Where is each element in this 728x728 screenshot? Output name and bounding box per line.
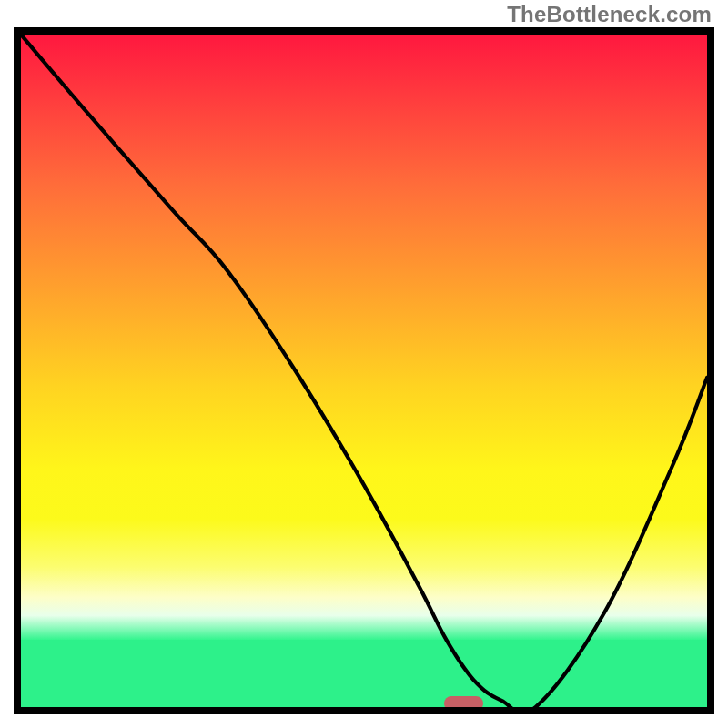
- curve-svg: [21, 35, 707, 707]
- watermark-text: TheBottleneck.com: [507, 2, 712, 27]
- optimal-marker: [444, 696, 483, 711]
- chart-frame: [14, 27, 714, 714]
- bottleneck-curve: [21, 35, 707, 713]
- chart-stage: TheBottleneck.com: [0, 0, 728, 728]
